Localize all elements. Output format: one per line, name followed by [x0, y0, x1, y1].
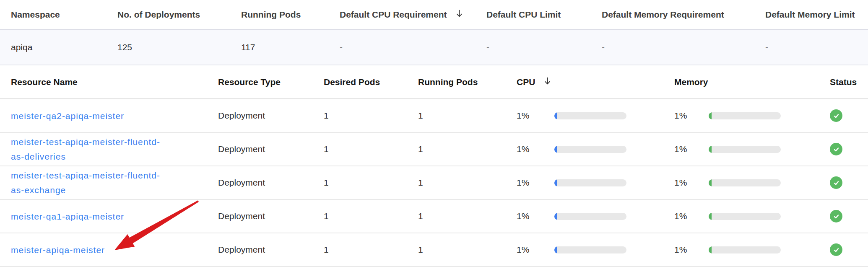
col-header-running-pods: Running Pods [241, 10, 340, 20]
col-header-memory: Memory [674, 77, 829, 87]
memory-percent: 1% [674, 111, 709, 121]
namespace-row[interactable]: apiqa 125 117 - - - - [0, 30, 868, 65]
desired-pods-value: 1 [324, 144, 418, 154]
resource-type: Deployment [218, 144, 324, 154]
memory-usage-bar [709, 246, 781, 253]
memory-usage-bar [709, 112, 781, 119]
cpu-percent: 1% [517, 178, 554, 188]
default-memory-requirement-value: - [602, 42, 765, 52]
resource-name-link[interactable]: meister-qa2-apiqa-meister [11, 109, 166, 123]
resource-type: Deployment [218, 178, 324, 188]
table-row: meister-apiqa-meister Deployment 1 1 1% … [0, 233, 868, 267]
sort-descending-icon [456, 10, 463, 20]
col-header-resource-type: Resource Type [218, 77, 324, 87]
namespace-name: apiqa [0, 42, 117, 52]
col-header-label: CPU [517, 77, 535, 87]
resource-table-header: Resource Name Resource Type Desired Pods… [0, 65, 868, 99]
sort-descending-icon [544, 77, 551, 87]
col-header-default-memory-limit: Default Memory Limit [765, 10, 868, 20]
cpu-usage-fill [554, 112, 557, 119]
cpu-usage-fill [554, 213, 557, 220]
cpu-percent: 1% [517, 211, 554, 221]
col-header-running-pods: Running Pods [418, 77, 517, 87]
status-ok-icon [830, 143, 842, 155]
running-pods-count: 117 [241, 42, 340, 52]
col-header-namespace: Namespace [0, 10, 117, 20]
running-pods-value: 1 [418, 178, 517, 188]
memory-usage-fill [709, 146, 712, 153]
col-header-label: Default CPU Requirement [340, 10, 447, 20]
desired-pods-value: 1 [324, 178, 418, 188]
deployments-count: 125 [117, 42, 241, 52]
memory-usage-bar [709, 213, 781, 220]
default-memory-limit-value: - [765, 42, 868, 52]
status-ok-icon [830, 243, 842, 256]
memory-percent: 1% [674, 245, 709, 255]
table-row: meister-qa2-apiqa-meister Deployment 1 1… [0, 99, 868, 133]
cpu-usage-bar [554, 112, 626, 119]
col-header-desired-pods: Desired Pods [324, 77, 418, 87]
memory-percent: 1% [674, 211, 709, 221]
cpu-usage-fill [554, 246, 557, 253]
desired-pods-value: 1 [324, 245, 418, 255]
cpu-usage-fill [554, 146, 557, 153]
col-header-resource-name: Resource Name [0, 77, 218, 87]
desired-pods-value: 1 [324, 211, 418, 221]
running-pods-value: 1 [418, 245, 517, 255]
memory-percent: 1% [674, 178, 709, 188]
resource-name-link[interactable]: meister-test-apiqa-meister-fluentd-as-ex… [11, 168, 166, 197]
running-pods-value: 1 [418, 211, 517, 221]
default-cpu-requirement-value: - [340, 42, 486, 52]
memory-usage-fill [709, 246, 712, 253]
memory-usage-bar [709, 179, 781, 186]
cpu-percent: 1% [517, 245, 554, 255]
namespace-table: Namespace No. of Deployments Running Pod… [0, 0, 868, 65]
status-ok-icon [830, 176, 842, 189]
resource-type: Deployment [218, 111, 324, 121]
resource-name-link[interactable]: meister-qa1-apiqa-meister [11, 209, 166, 224]
desired-pods-value: 1 [324, 111, 418, 121]
col-header-deployments: No. of Deployments [117, 10, 241, 20]
namespace-detail-view: Namespace No. of Deployments Running Pod… [0, 0, 868, 269]
default-cpu-limit-value: - [486, 42, 602, 52]
col-header-cpu[interactable]: CPU [517, 77, 674, 87]
memory-usage-bar [709, 146, 781, 153]
table-row: meister-test-apiqa-meister-fluentd-as-de… [0, 133, 868, 166]
cpu-percent: 1% [517, 144, 554, 154]
col-header-status: Status [829, 77, 868, 87]
resource-table: Resource Name Resource Type Desired Pods… [0, 65, 868, 267]
col-header-default-memory-requirement: Default Memory Requirement [602, 10, 765, 20]
status-ok-icon [830, 210, 842, 222]
cpu-usage-bar [554, 246, 626, 253]
resource-type: Deployment [218, 245, 324, 255]
memory-usage-fill [709, 179, 712, 186]
resource-name-link[interactable]: meister-apiqa-meister [11, 243, 166, 257]
resource-type: Deployment [218, 211, 324, 221]
running-pods-value: 1 [418, 144, 517, 154]
col-header-default-cpu-limit: Default CPU Limit [486, 10, 602, 20]
table-row: meister-test-apiqa-meister-fluentd-as-ex… [0, 166, 868, 200]
memory-percent: 1% [674, 144, 709, 154]
running-pods-value: 1 [418, 111, 517, 121]
table-row: meister-qa1-apiqa-meister Deployment 1 1… [0, 200, 868, 233]
status-ok-icon [830, 109, 842, 122]
resource-name-link[interactable]: meister-test-apiqa-meister-fluentd-as-de… [11, 134, 166, 164]
cpu-percent: 1% [517, 111, 554, 121]
col-header-default-cpu-requirement[interactable]: Default CPU Requirement [340, 10, 486, 20]
cpu-usage-bar [554, 146, 626, 153]
cpu-usage-fill [554, 179, 557, 186]
resource-table-body: meister-qa2-apiqa-meister Deployment 1 1… [0, 99, 868, 267]
cpu-usage-bar [554, 179, 626, 186]
cpu-usage-bar [554, 213, 626, 220]
namespace-table-header: Namespace No. of Deployments Running Pod… [0, 0, 868, 30]
memory-usage-fill [709, 112, 712, 119]
memory-usage-fill [709, 213, 712, 220]
